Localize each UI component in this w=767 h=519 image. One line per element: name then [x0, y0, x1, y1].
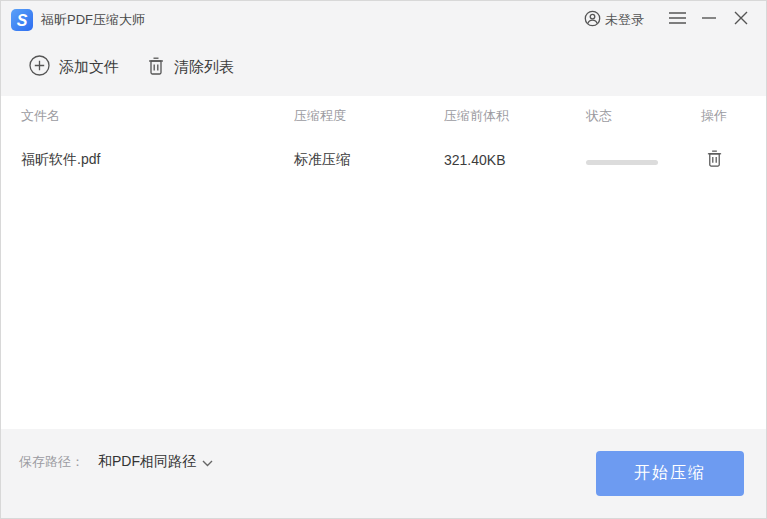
- header-size: 压缩前体积: [444, 107, 556, 125]
- header-level: 压缩程度: [294, 107, 444, 125]
- row-level: 标准压缩: [294, 151, 444, 169]
- row-action-cell: [682, 149, 746, 171]
- save-path-group: 保存路径： 和PDF相同路径: [19, 453, 213, 471]
- app-window: S 福昕PDF压缩大师 未登录: [0, 0, 767, 519]
- window-title: 福昕PDF压缩大师: [41, 11, 145, 29]
- add-files-label: 添加文件: [59, 58, 119, 77]
- close-button[interactable]: [728, 7, 754, 33]
- title-bar-right: 未登录: [584, 7, 754, 33]
- file-table: 文件名 压缩程度 压缩前体积 状态 操作 福昕软件.pdf 标准压缩 321.4…: [1, 96, 766, 429]
- table-header-row: 文件名 压缩程度 压缩前体积 状态 操作: [1, 96, 766, 136]
- plus-circle-icon: [29, 55, 50, 79]
- start-compress-button[interactable]: 开始压缩: [596, 451, 744, 496]
- add-files-button[interactable]: 添加文件: [29, 55, 119, 79]
- hamburger-icon: [668, 11, 687, 29]
- toolbar: 添加文件 清除列表: [1, 38, 766, 96]
- login-button[interactable]: 未登录: [584, 10, 644, 30]
- row-progress-bar: [556, 152, 682, 168]
- chevron-down-icon: [202, 453, 213, 471]
- table-row: 福昕软件.pdf 标准压缩 321.40KB: [1, 136, 766, 184]
- minimize-icon: [701, 10, 717, 30]
- title-bar-left: S 福昕PDF压缩大师: [11, 9, 145, 31]
- header-filename: 文件名: [21, 107, 294, 125]
- minimize-button[interactable]: [696, 7, 722, 33]
- header-action: 操作: [682, 107, 746, 125]
- login-label: 未登录: [605, 11, 644, 29]
- progress-track: [586, 160, 658, 165]
- close-icon: [733, 10, 749, 30]
- header-status: 状态: [556, 107, 682, 125]
- save-path-select[interactable]: 和PDF相同路径: [98, 453, 213, 471]
- menu-button[interactable]: [664, 7, 690, 33]
- row-size: 321.40KB: [444, 152, 556, 168]
- row-delete-button[interactable]: [706, 149, 723, 171]
- app-logo-icon: S: [11, 9, 33, 31]
- clear-list-button[interactable]: 清除列表: [147, 56, 234, 79]
- save-path-label: 保存路径：: [19, 453, 84, 471]
- save-path-value: 和PDF相同路径: [98, 453, 196, 471]
- clear-list-label: 清除列表: [174, 58, 234, 77]
- user-icon: [584, 10, 601, 30]
- svg-text:S: S: [17, 11, 28, 28]
- trash-icon: [147, 56, 165, 79]
- title-bar: S 福昕PDF压缩大师 未登录: [1, 1, 766, 38]
- footer-bar: 保存路径： 和PDF相同路径 开始压缩: [1, 429, 766, 518]
- row-filename: 福昕软件.pdf: [21, 151, 294, 169]
- trash-icon: [706, 149, 723, 171]
